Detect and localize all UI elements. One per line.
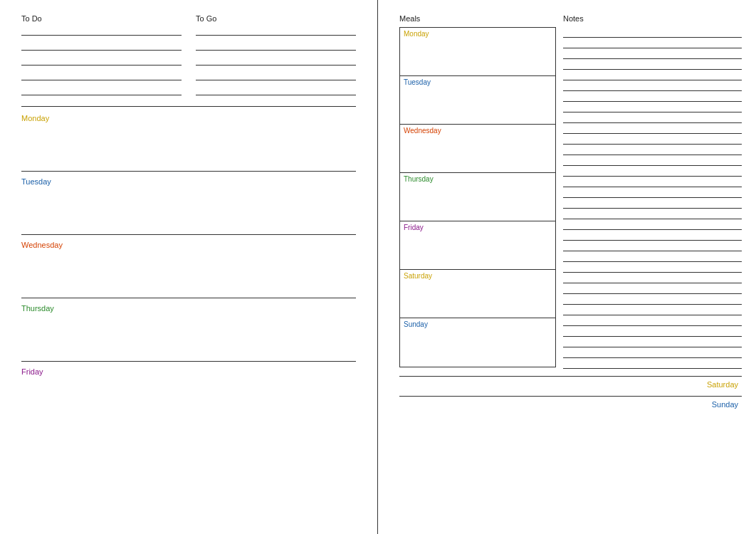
meal-label-sunday: Sunday <box>404 320 552 328</box>
todo-line <box>21 42 182 51</box>
notes-line <box>563 177 742 187</box>
notes-line <box>563 209 742 219</box>
meal-label-tuesday: Tuesday <box>404 78 552 86</box>
day-label-thursday: Thursday <box>21 304 356 313</box>
day-divider-wednesday <box>21 298 356 298</box>
day-label-tuesday: Tuesday <box>21 177 356 186</box>
notes-line <box>563 294 742 305</box>
notes-line <box>563 230 742 241</box>
day-label-friday: Friday <box>21 367 356 376</box>
notes-line <box>563 187 742 198</box>
notes-line <box>563 112 742 123</box>
togo-line <box>196 87 356 95</box>
day-label-wednesday: Wednesday <box>21 241 356 249</box>
notes-line <box>563 91 742 102</box>
togo-line <box>196 27 356 36</box>
notes-line <box>563 347 742 358</box>
notes-line <box>563 123 742 134</box>
notes-line <box>563 251 742 262</box>
meal-row-friday: Friday <box>400 221 555 270</box>
day-content-wednesday <box>21 252 356 295</box>
meal-label-friday: Friday <box>404 224 552 231</box>
notes-line <box>563 283 742 294</box>
saturday-sunday-section: Saturday Sunday <box>399 377 742 409</box>
todo-column: To Do <box>21 14 182 95</box>
notes-line <box>563 70 742 80</box>
todo-line <box>21 27 182 36</box>
notes-title: Notes <box>563 14 742 23</box>
left-page: To Do To Go <box>0 0 378 534</box>
meal-label-thursday: Thursday <box>404 175 552 183</box>
day-content-tuesday <box>21 189 356 231</box>
meal-row-sunday: Sunday <box>400 318 555 367</box>
notes-line <box>563 198 742 209</box>
notes-line <box>563 326 742 337</box>
notes-line <box>563 315 742 326</box>
notes-line <box>563 102 742 112</box>
notes-line <box>563 38 742 48</box>
weekend-label-saturday: Saturday <box>399 380 742 389</box>
day-content-monday <box>21 125 356 168</box>
meal-row-wednesday: Wednesday <box>400 125 555 173</box>
notes-column: Notes <box>556 14 742 369</box>
day-divider-monday <box>21 171 356 172</box>
togo-line <box>196 42 356 51</box>
notes-line <box>563 134 742 145</box>
day-section-wednesday: Wednesday <box>21 241 356 304</box>
notes-line <box>563 27 742 38</box>
notes-line <box>563 305 742 315</box>
todo-line <box>21 87 182 95</box>
notes-line <box>563 80 742 91</box>
weekend-saturday: Saturday <box>399 380 742 389</box>
day-divider-thursday <box>21 361 356 362</box>
meals-grid: Monday Tuesday Wednesday Thursday Friday <box>399 27 556 367</box>
weekend-label-sunday: Sunday <box>399 400 742 409</box>
notes-line <box>563 59 742 70</box>
right-page: Meals Monday Tuesday Wednesday Thursday <box>378 0 756 534</box>
day-content-thursday <box>21 315 356 358</box>
notes-line <box>563 166 742 177</box>
left-days-container: Monday Tuesday Wednesday Thursday <box>21 114 356 422</box>
day-content-friday <box>21 379 356 422</box>
section-divider <box>21 106 356 107</box>
meals-column: Meals Monday Tuesday Wednesday Thursday <box>399 14 556 369</box>
day-section-thursday: Thursday <box>21 304 356 367</box>
meal-row-monday: Monday <box>400 28 555 76</box>
day-section-friday: Friday <box>21 367 356 422</box>
meal-row-saturday: Saturday <box>400 270 555 318</box>
meal-row-thursday: Thursday <box>400 173 555 221</box>
day-section-tuesday: Tuesday <box>21 177 356 241</box>
todo-lines <box>21 27 182 95</box>
togo-lines <box>196 27 356 95</box>
todo-line <box>21 57 182 66</box>
notes-line <box>563 219 742 230</box>
meal-label-monday: Monday <box>404 30 552 38</box>
day-divider-tuesday <box>21 234 356 235</box>
notes-line <box>563 262 742 273</box>
togo-line <box>196 72 356 80</box>
togo-title: To Go <box>196 14 356 23</box>
meals-title: Meals <box>399 14 556 23</box>
todo-title: To Do <box>21 14 182 23</box>
weekend-divider-saturday <box>399 396 742 397</box>
notes-line <box>563 358 742 369</box>
notes-line <box>563 241 742 251</box>
meal-label-wednesday: Wednesday <box>404 127 552 135</box>
notes-line <box>563 273 742 283</box>
todo-line <box>21 72 182 80</box>
notes-line <box>563 145 742 155</box>
togo-line <box>196 57 356 66</box>
meals-notes-section: Meals Monday Tuesday Wednesday Thursday <box>399 14 742 369</box>
weekend-sunday: Sunday <box>399 400 742 409</box>
notes-lines-block <box>563 27 742 369</box>
page-container: To Do To Go <box>0 0 756 534</box>
meal-label-saturday: Saturday <box>404 272 552 280</box>
notes-line <box>563 155 742 166</box>
meal-row-tuesday: Tuesday <box>400 76 555 125</box>
togo-column: To Go <box>196 14 356 95</box>
day-section-monday: Monday <box>21 114 356 177</box>
day-label-monday: Monday <box>21 114 356 122</box>
notes-line <box>563 48 742 59</box>
notes-line <box>563 337 742 347</box>
todo-section: To Do To Go <box>21 14 356 95</box>
